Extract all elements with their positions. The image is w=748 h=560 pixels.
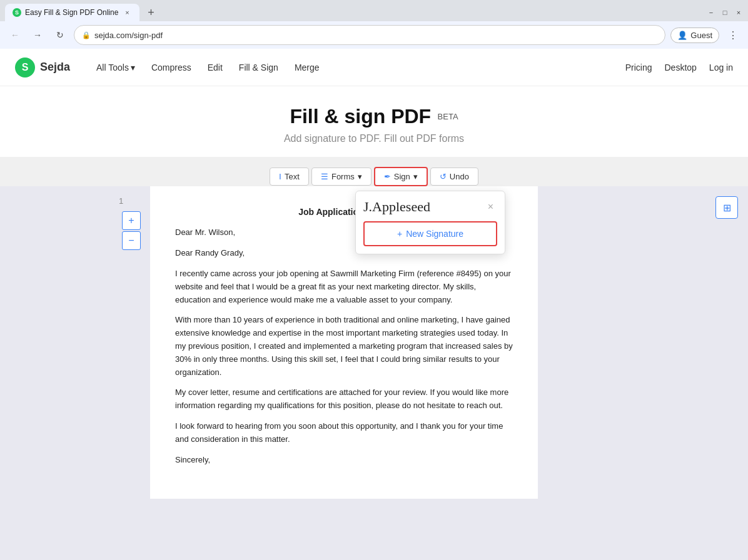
forms-tool-button[interactable]: ☰ Forms ▾ (311, 168, 371, 186)
text-label: Text (285, 172, 300, 181)
hero-beta: BETA (438, 112, 458, 121)
sign-arrow: ▾ (413, 172, 418, 181)
new-signature-button[interactable]: + New Signature (363, 221, 497, 246)
forward-button[interactable]: → (29, 26, 46, 44)
logo-area[interactable]: S Sejda (15, 58, 70, 78)
browser-menu-button[interactable]: ⋮ (724, 26, 742, 44)
address-bar[interactable]: 🔒 sejda.com/sign-pdf (74, 25, 665, 45)
forms-arrow: ▾ (358, 172, 362, 181)
existing-signature[interactable]: J.Appleseed (363, 199, 430, 215)
logo-icon: S (15, 58, 35, 78)
zoom-out-button[interactable]: − (122, 231, 141, 250)
sign-tool-button[interactable]: ✒ Sign ▾ (374, 167, 428, 186)
forms-label: Forms (331, 172, 355, 181)
nav-login[interactable]: Log in (709, 62, 733, 72)
undo-icon: ↺ (440, 172, 447, 181)
tab-close-button[interactable]: × (122, 8, 132, 18)
tab-title: Easy Fill & Sign PDF Online (25, 8, 118, 17)
nav-merge[interactable]: Merge (288, 59, 326, 76)
logo-text: Sejda (40, 61, 70, 74)
nav-all-tools[interactable]: All Tools ▾ (90, 59, 141, 76)
close-window-button[interactable]: × (734, 8, 743, 17)
tab-favicon: S (13, 8, 21, 17)
zoom-controls: + − (122, 211, 141, 250)
pdf-para1: I recently came across your job opening … (175, 268, 513, 306)
account-icon: 👤 (677, 31, 687, 40)
nav-pricing[interactable]: Pricing (625, 62, 652, 72)
forms-icon: ☰ (321, 172, 328, 181)
address-text: sejda.com/sign-pdf (94, 31, 163, 40)
nav-compress[interactable]: Compress (145, 59, 198, 76)
pdf-para4: I look forward to hearing from you soon … (175, 420, 513, 446)
active-tab[interactable]: S Easy Fill & Sign PDF Online × (5, 4, 139, 21)
undo-button[interactable]: ↺ Undo (430, 168, 478, 186)
maximize-button[interactable]: □ (720, 8, 729, 17)
text-tool-button[interactable]: Ⅰ Text (270, 168, 309, 186)
nav-links: All Tools ▾ Compress Edit Fill & Sign Me… (90, 59, 625, 76)
sign-dropdown: J.Appleseed × + New Signature (355, 191, 505, 254)
page-number: 1 (119, 196, 123, 206)
sign-icon: ✒ (384, 172, 391, 181)
nav-right: Pricing Desktop Log in (625, 62, 733, 72)
app-nav: S Sejda All Tools ▾ Compress Edit Fill &… (0, 49, 748, 86)
nav-edit[interactable]: Edit (201, 59, 229, 76)
grid-view-button[interactable]: ⊞ (715, 196, 738, 219)
hero-title: Fill & sign PDF (290, 105, 431, 128)
toolbar-area: Ⅰ Text ☰ Forms ▾ ✒ Sign ▾ ↺ Undo (0, 157, 748, 186)
pdf-para2: With more than 10 years of experience in… (175, 314, 513, 379)
new-tab-button[interactable]: + (142, 4, 159, 21)
dropdown-close-button[interactable]: × (484, 200, 497, 214)
undo-label: Undo (450, 172, 469, 181)
pdf-closing: Sincerely, (175, 454, 513, 467)
pdf-para3: My cover letter, resume and certificatio… (175, 386, 513, 412)
nav-desktop[interactable]: Desktop (664, 62, 696, 72)
plus-icon: + (397, 229, 402, 239)
hero-subtitle: Add signature to PDF. Fill out PDF forms (13, 133, 735, 144)
refresh-button[interactable]: ↻ (51, 26, 69, 44)
hero-section: Fill & sign PDF BETA Add signature to PD… (0, 86, 748, 157)
toolbar: Ⅰ Text ☰ Forms ▾ ✒ Sign ▾ ↺ Undo (270, 167, 478, 186)
zoom-in-button[interactable]: + (122, 211, 141, 230)
sign-dropdown-header: J.Appleseed × (363, 199, 497, 215)
guest-label: Guest (690, 31, 712, 40)
minimize-button[interactable]: − (707, 8, 715, 17)
nav-fill-sign[interactable]: Fill & Sign (233, 59, 285, 76)
back-button[interactable]: ← (6, 26, 24, 44)
lock-icon: 🔒 (82, 31, 91, 39)
sign-label: Sign (394, 172, 410, 181)
guest-button[interactable]: 👤 Guest (670, 28, 719, 43)
new-signature-label: New Signature (406, 229, 463, 239)
text-icon: Ⅰ (279, 172, 281, 181)
